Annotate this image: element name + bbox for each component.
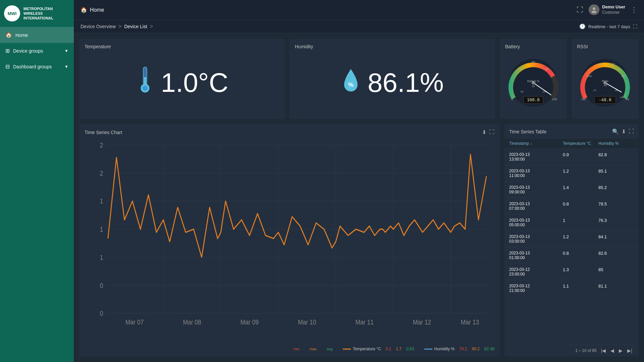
cell-temperature: 1.4 xyxy=(563,185,598,194)
cell-temperature: 0.8 xyxy=(563,201,598,211)
svg-text:Mar 13: Mar 13 xyxy=(461,318,479,326)
svg-text:-110: -110 xyxy=(580,98,586,101)
table-actions: 🔍 ⬇ ⛶ xyxy=(612,128,634,135)
cell-humidity: 82.8 xyxy=(598,152,634,162)
cell-temperature: 1 xyxy=(563,218,598,227)
cell-timestamp: 2023-03-12 23:00:00 xyxy=(509,267,563,277)
table-fullscreen-icon[interactable]: ⛶ xyxy=(629,128,634,135)
user-avatar xyxy=(589,4,599,15)
table-row: 2023-03-13 03:00:00 1.2 84.1 xyxy=(504,231,639,247)
cell-humidity: 82.6 xyxy=(598,251,634,260)
sidebar: MWI METROPOLITAN WIRELESS INTERNATIONAL … xyxy=(0,0,74,362)
topbar: 🏠 Home ⛶ Demo User Customer ⋮ xyxy=(74,0,644,20)
svg-text:Mar 09: Mar 09 xyxy=(240,318,259,326)
table-panel-header: Time Series Table 🔍 ⬇ ⛶ xyxy=(504,124,639,138)
cell-humidity: 78.5 xyxy=(598,201,634,211)
humidity-widget: Humidity % 86.1% xyxy=(289,39,495,119)
legend-min-label: min xyxy=(293,347,300,351)
temperature-value: 1.0°C xyxy=(161,67,228,98)
chart-legend: min max avg Temperature °C 0.1 1.7 0.83 … xyxy=(85,347,494,351)
breadcrumb-sep1: > xyxy=(118,23,121,29)
page-last-button[interactable]: ▶| xyxy=(626,347,634,354)
topbar-fullscreen-icon[interactable]: ⛶ xyxy=(577,6,583,14)
cell-temperature: 0.8 xyxy=(563,251,598,260)
topbar-menu-icon[interactable]: ⋮ xyxy=(631,6,637,14)
sidebar-item-home[interactable]: 🏠 Home xyxy=(0,27,74,43)
svg-text:2: 2 xyxy=(100,169,103,177)
chart-fullscreen-icon[interactable]: ⛶ xyxy=(489,129,494,135)
breadcrumb-list[interactable]: Device List xyxy=(124,24,147,29)
table-download-icon[interactable]: ⬇ xyxy=(622,128,626,135)
svg-text:-56: -56 xyxy=(620,96,623,99)
battery-gauge-container: 0 40 60 80 100 80 90 100 Battery % xyxy=(505,52,561,114)
table-row: 2023-03-13 01:00:00 0.8 82.6 xyxy=(504,247,639,264)
page-next-button[interactable]: ▶ xyxy=(617,347,624,354)
rssi-gauge: -110 -104 -98 -92 -86 -80 -74 -68 -62 -5… xyxy=(577,54,633,111)
cell-humidity: 81.1 xyxy=(598,284,634,293)
svg-text:0: 0 xyxy=(100,282,103,289)
rssi-widget: RSSI -110 xyxy=(572,39,639,119)
col-timestamp: Timestamp ↓ xyxy=(509,141,563,146)
svg-text:Mar 08: Mar 08 xyxy=(183,318,201,326)
legend-humidity-color xyxy=(424,349,432,350)
cell-temperature: 1.1 xyxy=(563,284,598,293)
hum-max-value: 90.2 xyxy=(472,347,480,351)
table-row: 2023-03-13 11:00:00 1.2 85.1 xyxy=(504,165,639,182)
cell-timestamp: 2023-03-13 07:00:00 xyxy=(509,201,563,211)
hum-min-value: 74.2 xyxy=(459,347,467,351)
svg-point-5 xyxy=(142,85,148,91)
page-first-button[interactable]: |◀ xyxy=(599,347,608,354)
svg-text:2: 2 xyxy=(100,141,103,149)
chart-area: 2 2 1 1 1 0 0 xyxy=(85,139,494,345)
svg-text:1: 1 xyxy=(100,226,103,233)
breadcrumb-fullscreen-icon[interactable]: ⛶ xyxy=(633,24,637,29)
battery-widget: Battery xyxy=(500,39,567,119)
cell-temperature: 0.9 xyxy=(563,152,598,162)
cell-humidity: 85.2 xyxy=(598,185,634,194)
sidebar-item-dashboard-groups[interactable]: ⊟ Dashboard groups ▼ xyxy=(0,59,74,74)
legend-humidity: Humidity % 74.2 90.2 82.48 xyxy=(424,347,494,351)
legend-temperature-label: Temperature °C xyxy=(353,347,381,351)
svg-text:-98: -98 xyxy=(597,63,601,66)
col-temperature: Temperature °C xyxy=(563,141,598,146)
svg-text:40: 40 xyxy=(519,67,522,71)
dashboard: Temperature 1.0°C Humidity xyxy=(74,33,644,362)
topbar-home-icon: 🏠 xyxy=(80,7,87,13)
page-prev-button[interactable]: ◀ xyxy=(609,347,616,354)
svg-text:0: 0 xyxy=(100,310,103,317)
logo-abbr: MWI xyxy=(8,11,17,16)
user-info: Demo User Customer xyxy=(602,4,625,15)
humidity-value: 86.1% xyxy=(368,67,444,98)
sidebar-home-label: Home xyxy=(15,33,68,38)
table-search-icon[interactable]: 🔍 xyxy=(612,128,619,135)
temperature-widget: Temperature 1.0°C xyxy=(79,39,285,119)
table-header: Timestamp ↓ Temperature °C Humidity % xyxy=(504,138,639,149)
bottom-row: Time Series Chart ⬇ ⛶ xyxy=(79,124,639,357)
svg-text:0: 0 xyxy=(511,98,513,101)
cell-humidity: 85.1 xyxy=(598,169,634,178)
time-series-chart-svg: 2 2 1 1 1 0 0 xyxy=(85,139,494,345)
topbar-home-label: Home xyxy=(90,7,104,13)
topbar-right: ⛶ Demo User Customer ⋮ xyxy=(577,4,637,15)
svg-text:Mar 10: Mar 10 xyxy=(298,318,316,326)
breadcrumb-overview[interactable]: Device Overview xyxy=(80,24,116,29)
svg-text:Mar 07: Mar 07 xyxy=(125,318,144,326)
legend-temperature: Temperature °C 0.1 1.7 0.83 xyxy=(343,347,414,351)
cell-temperature: 1.2 xyxy=(563,234,598,244)
svg-text:Mar 11: Mar 11 xyxy=(356,318,374,326)
sidebar-item-device-groups[interactable]: ⊞ Device groups ▼ xyxy=(0,43,74,59)
chart-title: Time Series Chart xyxy=(85,130,482,135)
svg-text:100: 100 xyxy=(552,98,557,101)
temp-max-value: 1.7 xyxy=(396,347,402,351)
topbar-home[interactable]: 🏠 Home xyxy=(80,7,104,13)
svg-text:80: 80 xyxy=(521,90,523,93)
cell-humidity: 76.3 xyxy=(598,218,634,227)
chart-actions: ⬇ ⛶ xyxy=(482,129,494,135)
home-icon: 🏠 xyxy=(5,32,12,38)
chart-download-icon[interactable]: ⬇ xyxy=(482,129,486,135)
logo-circle: MWI xyxy=(4,5,20,21)
table-row: 2023-03-12 23:00:00 1.3 85 xyxy=(504,264,639,280)
chart-panel: Time Series Chart ⬇ ⛶ xyxy=(79,124,500,357)
cell-timestamp: 2023-03-12 21:00:00 xyxy=(509,284,563,293)
page-nav[interactable]: |◀ ◀ ▶ ▶| xyxy=(599,347,634,354)
